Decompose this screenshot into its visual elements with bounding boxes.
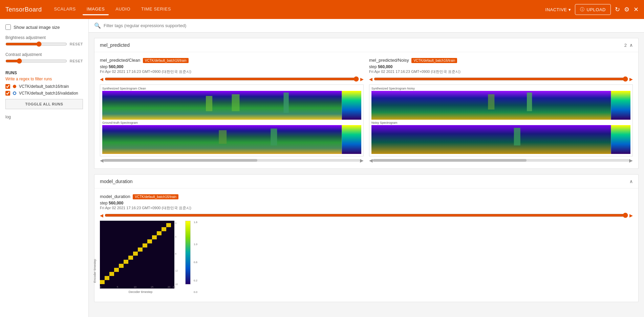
clean-spec1-svg: [102, 91, 361, 120]
svg-rect-21: [119, 264, 124, 268]
mel-predicted-header: mel_predicted 2 ∧: [94, 38, 638, 52]
model-duration-card-title: model_duration: [100, 194, 130, 199]
status-label: INACTIVE: [545, 7, 567, 12]
svg-rect-14: [514, 128, 520, 145]
chevron-down-icon: ▾: [568, 7, 571, 12]
refresh-button[interactable]: ↻: [615, 6, 620, 13]
toggle-all-runs-button[interactable]: TOGGLE ALL RUNS: [5, 99, 83, 109]
mel-predicted-section: mel_predicted 2 ∧ mel_predicted/Clean VC…: [94, 38, 639, 169]
noisy-step-slider[interactable]: [374, 76, 628, 82]
duration-chart-svg: 0 5 10 15 20 25 0 4 8 12: [100, 221, 181, 289]
svg-rect-31: [166, 223, 171, 227]
svg-rect-3: [206, 96, 212, 111]
contrast-slider-row: RESET: [5, 58, 83, 64]
log-link[interactable]: log: [5, 115, 83, 119]
run-item-validation: VCTK/default_batch16/validation: [5, 91, 83, 96]
model-duration-controls: ∧: [629, 179, 633, 184]
filter-bar: 🔍: [89, 19, 644, 33]
clean-spec2-image: [102, 125, 361, 154]
model-duration-collapse-button[interactable]: ∧: [629, 179, 633, 184]
svg-rect-23: [128, 256, 133, 260]
sidebar: Show actual image size Brightness adjust…: [0, 19, 89, 317]
clean-scroll-left[interactable]: ◀: [100, 158, 104, 163]
svg-text:5: 5: [117, 286, 118, 288]
model-duration-date: Fri Apr 02 2021 17:16:23 GMT+0900 (대한민국 …: [100, 205, 633, 211]
run-dot-validation: [13, 92, 16, 95]
svg-rect-7: [219, 130, 227, 144]
noisy-slider-row: ◀ ▶: [369, 76, 633, 82]
noisy-date: Fri Apr 02 2021 17:16:23 GMT+0900 (대한민국 …: [369, 69, 633, 74]
duration-step-slider[interactable]: [105, 213, 628, 218]
main-layout: Show actual image size Brightness adjust…: [0, 19, 644, 317]
noisy-spec2-svg: [371, 125, 630, 154]
noisy-scroll-left[interactable]: ◀: [369, 158, 373, 163]
clean-next-icon: ▶: [360, 77, 364, 82]
svg-rect-18: [105, 276, 109, 280]
svg-text:8: 8: [175, 253, 176, 255]
svg-rect-28: [152, 235, 157, 239]
clean-step-slider[interactable]: [105, 76, 359, 82]
close-button[interactable]: ✕: [634, 6, 639, 13]
brightness-reset-button[interactable]: RESET: [70, 42, 83, 46]
noisy-spec1-label: Synthesized Spectrogram Noisy: [371, 87, 630, 90]
duration-chart-wrapper: Encoder timestep: [100, 221, 633, 294]
contrast-slider[interactable]: [5, 58, 67, 64]
colorbar-label-mid1: 1.0: [194, 243, 197, 246]
duration-prev-icon: ◀: [100, 213, 103, 218]
status-dropdown[interactable]: INACTIVE ▾: [545, 7, 571, 12]
svg-rect-4: [342, 91, 361, 120]
nav-audio[interactable]: AUDIO: [111, 4, 134, 15]
brightness-label: Brightness adjustment: [5, 35, 83, 40]
noisy-scroll-right[interactable]: ▶: [629, 158, 633, 163]
noisy-prev-icon: ◀: [369, 77, 372, 82]
noisy-scroll-thumb: [373, 159, 527, 162]
clean-spec-container: Synthesized Spectrogram Clean: [100, 84, 364, 156]
show-image-label: Show actual image size: [14, 25, 60, 30]
nav-scalars[interactable]: SCALARS: [50, 4, 80, 15]
upload-button[interactable]: ⓘ UPLOAD: [575, 4, 611, 15]
noisy-run-tag: VCTK/default_batch16/train: [411, 58, 457, 63]
brightness-section: Brightness adjustment RESET: [5, 35, 83, 47]
filter-runs-link[interactable]: Write a regex to filter runs: [5, 77, 83, 81]
svg-text:20: 20: [168, 286, 170, 288]
svg-rect-27: [147, 239, 152, 243]
svg-rect-17: [100, 280, 105, 284]
clean-spec1-label: Synthesized Spectrogram Clean: [102, 87, 361, 90]
duration-colorbar: [185, 221, 191, 284]
main-content: 🔍 mel_predicted 2 ∧ mel_predicted/Clean: [89, 19, 644, 317]
settings-button[interactable]: ⚙: [624, 6, 629, 13]
svg-rect-1: [284, 93, 289, 113]
svg-rect-22: [124, 260, 128, 264]
brightness-slider-row: RESET: [5, 41, 83, 47]
model-duration-card-header: model_duration VCTK/default_batch16/trai…: [100, 194, 633, 199]
show-image-checkbox[interactable]: [5, 24, 11, 30]
clean-scroll-row: ◀ ▶: [100, 158, 364, 163]
mel-predicted-collapse-button[interactable]: ∧: [629, 42, 633, 48]
run-dot-train: [13, 85, 16, 88]
clean-scroll-right[interactable]: ▶: [360, 158, 364, 163]
colorbar-label-mid2: 0.6: [194, 261, 197, 264]
clean-run-tag: VCTK/default_batch16/train: [143, 58, 189, 63]
mel-predicted-title: mel_predicted: [100, 42, 130, 48]
colorbar-label-zero: 0.0: [194, 291, 197, 294]
run-label-train: VCTK/default_batch16/train: [19, 84, 69, 89]
run-checkbox-validation[interactable]: [5, 91, 10, 96]
filter-input[interactable]: [104, 23, 639, 28]
brightness-slider[interactable]: [5, 41, 67, 47]
svg-rect-12: [611, 91, 630, 120]
run-checkbox-train[interactable]: [5, 84, 10, 89]
clean-spec2-label: Ground-truth Spectrogram: [102, 121, 361, 124]
svg-rect-10: [527, 93, 532, 111]
svg-text:12: 12: [175, 270, 178, 272]
duration-chart-area: Encoder timestep: [100, 221, 181, 294]
svg-rect-0: [102, 91, 342, 120]
noisy-step-value: 560,000: [378, 64, 392, 69]
svg-rect-19: [109, 272, 114, 276]
nav-images[interactable]: IMAGES: [83, 4, 109, 15]
clean-spec1-image: [102, 91, 361, 120]
clean-date: Fri Apr 02 2021 17:16:23 GMT+0900 (대한민국 …: [100, 69, 364, 74]
contrast-reset-button[interactable]: RESET: [70, 59, 83, 63]
nav-time-series[interactable]: TIME SERIES: [137, 4, 175, 15]
noisy-spec-container: Synthesized Spectrogram Noisy: [369, 84, 633, 156]
svg-rect-8: [342, 125, 361, 154]
